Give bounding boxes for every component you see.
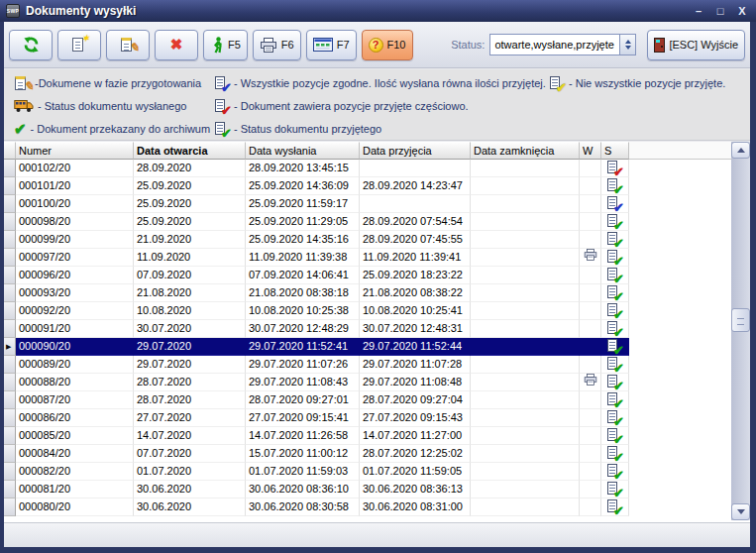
row-selector-cell[interactable] bbox=[4, 267, 16, 284]
cell-data-wyslania: 07.09.2020 14:06:41 bbox=[246, 267, 360, 284]
refresh-button[interactable] bbox=[9, 30, 53, 60]
cell-numer: 000102/20 bbox=[16, 160, 134, 177]
table-row[interactable]: 000101/2025.09.202025.09.2020 14:36:0928… bbox=[4, 177, 629, 195]
positions-window-button[interactable]: F7 bbox=[306, 30, 357, 60]
column-header-data-wyslania[interactable]: Data wysłania bbox=[246, 142, 360, 160]
table-row[interactable]: 000099/2021.09.202025.09.2020 14:35:1628… bbox=[4, 231, 629, 249]
new-document-button[interactable]: ✶ bbox=[57, 30, 101, 60]
row-selector-cell[interactable] bbox=[4, 231, 16, 249]
cell-data-przyjecia: 21.08.2020 08:38:22 bbox=[360, 284, 471, 302]
cell-s bbox=[601, 177, 629, 195]
cell-data-wyslania: 15.07.2020 11:00:12 bbox=[246, 445, 360, 463]
document-status-green-icon bbox=[607, 250, 622, 265]
row-selector-cell[interactable] bbox=[4, 284, 16, 302]
row-selector-cell[interactable] bbox=[4, 463, 16, 481]
cell-data-otwarcia: 30.06.2020 bbox=[134, 498, 246, 516]
delete-button[interactable] bbox=[155, 30, 198, 60]
table-row[interactable]: 000081/2030.06.202030.06.2020 08:36:1030… bbox=[4, 481, 629, 498]
column-header-numer[interactable]: Numer bbox=[16, 142, 134, 160]
row-selector-cell[interactable] bbox=[4, 195, 16, 213]
cell-data-wyslania: 01.07.2020 11:59:03 bbox=[246, 463, 360, 481]
table-row[interactable]: 000097/2011.09.202011.09.2020 11:39:3811… bbox=[4, 249, 629, 267]
table-row[interactable]: 000087/2028.07.202028.07.2020 09:27:0128… bbox=[4, 391, 629, 409]
window: SWP Dokumenty wysyłki – □ X ✶ ✎ bbox=[0, 0, 756, 553]
cell-data-przyjecia: 30.06.2020 08:31:00 bbox=[360, 498, 471, 516]
print-button[interactable]: F6 bbox=[253, 30, 301, 60]
cell-data-przyjecia: 28.07.2020 09:27:04 bbox=[360, 391, 471, 409]
run-button[interactable]: F5 bbox=[203, 30, 248, 60]
table-row[interactable]: 000085/2014.07.202014.07.2020 11:26:5814… bbox=[4, 427, 629, 445]
cell-data-zamkniecia bbox=[471, 284, 580, 302]
table-row[interactable]: 000096/2007.09.202007.09.2020 14:06:4125… bbox=[4, 267, 629, 284]
close-button[interactable]: X bbox=[734, 5, 750, 17]
legend-item: - Dokument zawiera pozycje przyjęte częś… bbox=[215, 97, 469, 115]
table-row[interactable]: 000098/2025.09.202025.09.2020 11:29:0528… bbox=[4, 213, 629, 231]
cell-w bbox=[580, 231, 601, 249]
row-selector-cell[interactable] bbox=[4, 445, 16, 463]
cell-data-otwarcia: 10.08.2020 bbox=[134, 302, 246, 320]
table-row[interactable]: 000090/2029.07.202029.07.2020 11:52:4129… bbox=[4, 338, 629, 356]
cell-s bbox=[601, 231, 629, 249]
status-label: Status: bbox=[451, 39, 485, 51]
row-selector-cell[interactable] bbox=[4, 160, 16, 177]
edit-document-button[interactable]: ✎ bbox=[106, 30, 150, 60]
cell-data-przyjecia: 11.09.2020 11:39:41 bbox=[360, 249, 471, 267]
maximize-button[interactable]: □ bbox=[712, 5, 728, 17]
row-selector-cell[interactable] bbox=[4, 374, 16, 391]
scrollbar-thumb[interactable] bbox=[731, 308, 750, 332]
cell-w bbox=[580, 391, 601, 409]
exit-button[interactable]: [ESC] Wyjście bbox=[647, 30, 745, 60]
column-header-data-zamkniecia[interactable]: Data zamknięcia bbox=[471, 142, 580, 160]
table-row[interactable]: 000084/2007.07.202015.07.2020 11:00:1228… bbox=[4, 445, 629, 463]
status-filter-group: Status: otwarte,wysłane,przyjęte bbox=[451, 34, 636, 55]
positions-window-button-label: F7 bbox=[337, 39, 350, 51]
row-selector-cell[interactable] bbox=[4, 249, 16, 267]
row-selector-cell[interactable] bbox=[4, 409, 16, 427]
vertical-scrollbar[interactable] bbox=[731, 142, 750, 520]
row-selector-cell[interactable] bbox=[4, 481, 16, 498]
table-row[interactable]: 000102/2028.09.202028.09.2020 13:45:15 bbox=[4, 160, 629, 177]
scroll-up-button[interactable] bbox=[731, 142, 750, 159]
legend-text: - Status dokumentu przyjętego bbox=[234, 123, 381, 135]
row-selector-cell[interactable] bbox=[4, 356, 16, 374]
row-selector-cell[interactable] bbox=[4, 391, 16, 409]
row-selector-cell[interactable] bbox=[4, 338, 16, 356]
table-row[interactable]: 000082/2001.07.202001.07.2020 11:59:0301… bbox=[4, 463, 629, 481]
status-spinner[interactable] bbox=[619, 35, 635, 55]
table-row[interactable]: 000091/2030.07.202030.07.2020 12:48:2930… bbox=[4, 320, 629, 338]
table-row[interactable]: 000088/2028.07.202029.07.2020 11:08:4329… bbox=[4, 374, 629, 391]
spinner-down-icon bbox=[625, 46, 631, 50]
column-header-s[interactable]: S bbox=[601, 142, 629, 160]
cell-w bbox=[580, 160, 601, 177]
cell-data-zamkniecia bbox=[471, 374, 580, 391]
row-selector-cell[interactable] bbox=[4, 302, 16, 320]
table-row[interactable]: 000093/2021.08.202021.08.2020 08:38:1821… bbox=[4, 284, 629, 302]
cell-data-wyslania: 25.09.2020 14:36:09 bbox=[246, 177, 360, 195]
row-selector-cell[interactable] bbox=[4, 498, 16, 516]
minimize-button[interactable]: – bbox=[691, 5, 706, 17]
status-bar bbox=[4, 522, 750, 547]
cell-numer: 000089/20 bbox=[16, 356, 134, 374]
table-row[interactable]: 000089/2029.07.202029.07.2020 11:07:2629… bbox=[4, 356, 629, 374]
cell-numer: 000084/20 bbox=[16, 445, 134, 463]
cell-data-otwarcia: 29.07.2020 bbox=[134, 338, 246, 356]
status-combobox[interactable]: otwarte,wysłane,przyjęte bbox=[489, 34, 636, 55]
row-selector-cell[interactable] bbox=[4, 427, 16, 445]
row-selector-cell[interactable] bbox=[4, 213, 16, 231]
scroll-down-button[interactable] bbox=[731, 503, 750, 520]
table-row[interactable]: 000086/2027.07.202027.07.2020 09:15:4127… bbox=[4, 409, 629, 427]
column-header-data-przyjecia[interactable]: Data przyjęcia bbox=[360, 142, 471, 160]
help-button[interactable]: F10 bbox=[362, 30, 413, 60]
cell-s bbox=[601, 409, 629, 427]
run-button-label: F5 bbox=[228, 39, 241, 51]
column-header-w[interactable]: W bbox=[580, 142, 601, 160]
column-header-data-otwarcia[interactable]: Data otwarcia bbox=[134, 142, 246, 160]
row-selector-cell[interactable] bbox=[4, 177, 16, 195]
table-row[interactable]: 000092/2010.08.202010.08.2020 10:25:3810… bbox=[4, 302, 629, 320]
cell-w bbox=[580, 284, 601, 302]
row-selector-cell[interactable] bbox=[4, 320, 16, 338]
document-status-green-icon bbox=[607, 499, 622, 514]
table-row[interactable]: 000080/2030.06.202030.06.2020 08:30:5830… bbox=[4, 498, 629, 516]
table-row[interactable]: 000100/2025.09.202025.09.2020 11:59:17 bbox=[4, 195, 629, 213]
cell-data-wyslania: 29.07.2020 11:07:26 bbox=[246, 356, 360, 374]
